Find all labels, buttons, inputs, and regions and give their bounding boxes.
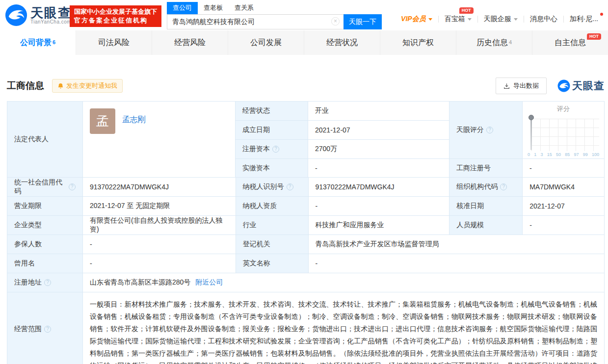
username-menu[interactable]: 加利·尼... bbox=[564, 15, 604, 24]
field-address-value: 山东省青岛市高新区丰源路280号 附近公司 bbox=[83, 273, 605, 292]
search-tab-company[interactable]: 查公司 bbox=[167, 2, 198, 14]
field-legal-rep-value: 孟 孟志刚 bbox=[83, 102, 236, 178]
field-company-type-value: 有限责任公司(非自然人投资或控股的法人独资) bbox=[83, 216, 236, 235]
field-registry-label: 登记机关 bbox=[236, 235, 309, 254]
download-icon bbox=[503, 83, 510, 89]
field-staff-size-label: 人员规模 bbox=[449, 216, 523, 235]
legal-rep-name-link[interactable]: 孟志刚 bbox=[122, 115, 146, 125]
toolbox-menu[interactable]: HOT 百宝箱 bbox=[439, 15, 477, 24]
enterprise-service-menu[interactable]: 天眼企服 bbox=[478, 15, 524, 24]
field-industry-label: 行业 bbox=[236, 216, 309, 235]
field-credit-code-label: 统一社会信用代码 bbox=[7, 178, 83, 197]
tab-self-published-info[interactable]: 自主信息 HOT bbox=[532, 30, 608, 55]
field-english-name-label: 英文名称 bbox=[236, 254, 309, 273]
business-info-title: 工商信息 bbox=[7, 79, 44, 92]
notify-on-change-button[interactable]: 发生变更时通知我 bbox=[52, 79, 123, 93]
field-approval-date-label: 核准日期 bbox=[449, 197, 523, 216]
score-chart-plot bbox=[529, 115, 599, 151]
help-icon[interactable] bbox=[287, 183, 293, 190]
tianyan-score-chart[interactable]: 评分 0 1 3 15 50 85 97 bbox=[523, 102, 605, 159]
tianyancha-swirl-icon bbox=[5, 4, 27, 26]
help-icon[interactable] bbox=[500, 183, 507, 190]
search-area: 查公司 查老板 查关系 × 天眼一下 bbox=[167, 2, 382, 29]
field-legal-rep-label: 法定代表人 bbox=[7, 102, 83, 178]
tab-count: 4 bbox=[509, 39, 512, 45]
field-established-label: 成立日期 bbox=[236, 121, 308, 140]
top-header: 天眼查 TianYanCha.com 国家中小企业发展子基金旗下 官方备案企业征… bbox=[0, 0, 608, 30]
tianyancha-logo[interactable]: 天眼查 TianYanCha.com bbox=[5, 4, 72, 26]
score-slider-pin bbox=[529, 115, 534, 120]
help-icon[interactable] bbox=[69, 183, 76, 190]
field-scope-label: 经营范围 bbox=[7, 292, 83, 364]
hot-badge: HOT bbox=[587, 33, 601, 40]
tab-company-development[interactable]: 公司发展 bbox=[228, 30, 304, 55]
field-staff-size-value: - bbox=[523, 216, 605, 235]
search-type-tabs: 查公司 查老板 查关系 bbox=[167, 2, 382, 14]
field-insured-count-label: 参保人数 bbox=[7, 235, 83, 254]
badge-line2: 官方备案企业征信机构 bbox=[74, 16, 157, 25]
chevron-down-icon bbox=[468, 18, 472, 21]
export-data-button[interactable]: 导出数据 bbox=[496, 78, 547, 94]
field-company-type-label: 企业类型 bbox=[7, 216, 83, 235]
search-tab-boss[interactable]: 查老板 bbox=[198, 2, 229, 14]
field-org-code-label: 组织机构代码 bbox=[449, 178, 523, 197]
nearby-companies-link[interactable]: 附近公司 bbox=[195, 278, 223, 287]
search-input[interactable] bbox=[167, 14, 344, 29]
tab-count: 6 bbox=[53, 39, 55, 45]
tianyancha-watermark-logo: 天眼查 bbox=[557, 79, 605, 93]
field-industry-value: 科技推广和应用服务业 bbox=[309, 216, 450, 235]
help-icon[interactable] bbox=[272, 146, 279, 153]
search-tab-relation[interactable]: 查关系 bbox=[229, 2, 260, 14]
bell-icon bbox=[57, 83, 64, 89]
business-registration-table: 法定代表人 孟 孟志刚 经营状态 开业 成立日期 2021-12-07 注册资本 bbox=[7, 101, 605, 364]
score-slider-track bbox=[530, 119, 532, 150]
company-section-tabs: 公司背景6 司法风险 经营风险 公司发展 经营状况 知识产权 历史信息4 自主信… bbox=[0, 30, 608, 55]
field-established-value: 2021-12-07 bbox=[308, 121, 449, 140]
tab-history-info[interactable]: 历史信息4 bbox=[456, 30, 532, 55]
field-reg-capital-label: 注册资本 bbox=[236, 140, 308, 159]
chevron-down-icon bbox=[514, 18, 518, 21]
tab-operating-status[interactable]: 经营状况 bbox=[304, 30, 380, 55]
field-insured-count-value: - bbox=[83, 235, 236, 254]
field-tianyan-score-label: 天眼评分 bbox=[449, 102, 523, 159]
message-center-menu[interactable]: 消息中心 bbox=[524, 15, 563, 24]
government-endorsement-badge: 国家中小企业发展子基金旗下 官方备案企业征信机构 bbox=[70, 5, 161, 27]
help-icon[interactable] bbox=[486, 127, 493, 133]
field-paid-capital-value: - bbox=[308, 159, 449, 178]
score-chart-title: 评分 bbox=[527, 104, 600, 113]
field-scope-value: 一般项目：新材料技术推广服务；技术服务、技术开发、技术咨询、技术交流、技术转让、… bbox=[83, 292, 605, 364]
hot-badge: HOT bbox=[459, 7, 474, 14]
vip-member-menu[interactable]: VIP会员 bbox=[395, 15, 438, 24]
tab-company-background[interactable]: 公司背景6 bbox=[0, 30, 76, 55]
field-taxpayer-quality-label: 纳税人资质 bbox=[236, 197, 309, 216]
field-credit-code-value: 91370222MA7DMWGK4J bbox=[83, 178, 236, 197]
field-taxpayer-quality-value: - bbox=[309, 197, 450, 216]
field-former-name-label: 曾用名 bbox=[7, 254, 83, 273]
legal-rep-avatar[interactable]: 孟 bbox=[90, 108, 115, 134]
chevron-down-icon bbox=[428, 18, 432, 21]
help-icon[interactable] bbox=[44, 326, 51, 333]
field-reg-number-value: - bbox=[523, 159, 605, 178]
field-registry-value: 青岛高新技术产业开发区市场监督管理局 bbox=[309, 235, 605, 254]
field-org-code-value: MA7DMWGK4 bbox=[523, 178, 605, 197]
field-term-label: 营业期限 bbox=[7, 197, 83, 216]
tianyancha-swirl-icon bbox=[557, 79, 570, 92]
logo-domain-text: TianYanCha.com bbox=[30, 19, 72, 25]
field-reg-capital-value: 2700万 bbox=[308, 140, 449, 159]
field-taxpayer-id-value: 91370222MA7DMWGK4J bbox=[309, 178, 450, 197]
field-taxpayer-id-label: 纳税人识别号 bbox=[236, 178, 309, 197]
tab-judicial-risk[interactable]: 司法风险 bbox=[76, 30, 152, 55]
clear-search-icon[interactable]: × bbox=[331, 17, 340, 26]
field-former-name-value: - bbox=[83, 254, 236, 273]
tab-intellectual-property[interactable]: 知识产权 bbox=[380, 30, 456, 55]
help-icon[interactable] bbox=[44, 279, 51, 286]
tab-operating-risk[interactable]: 经营风险 bbox=[152, 30, 228, 55]
user-menu: VIP会员 HOT 百宝箱 天眼企服 消息中心 加利·尼... bbox=[395, 15, 604, 24]
field-term-value: 2021-12-07 至 无固定期限 bbox=[83, 197, 236, 216]
field-reg-number-label: 工商注册号 bbox=[449, 159, 523, 178]
search-button[interactable]: 天眼一下 bbox=[344, 14, 382, 29]
score-axis-ticks: 0 1 3 15 50 85 97 99 100 bbox=[527, 152, 600, 157]
badge-line1: 国家中小企业发展子基金旗下 bbox=[74, 7, 157, 16]
logo-brand-text: 天眼查 bbox=[30, 6, 72, 19]
field-status-label: 经营状态 bbox=[236, 102, 308, 121]
